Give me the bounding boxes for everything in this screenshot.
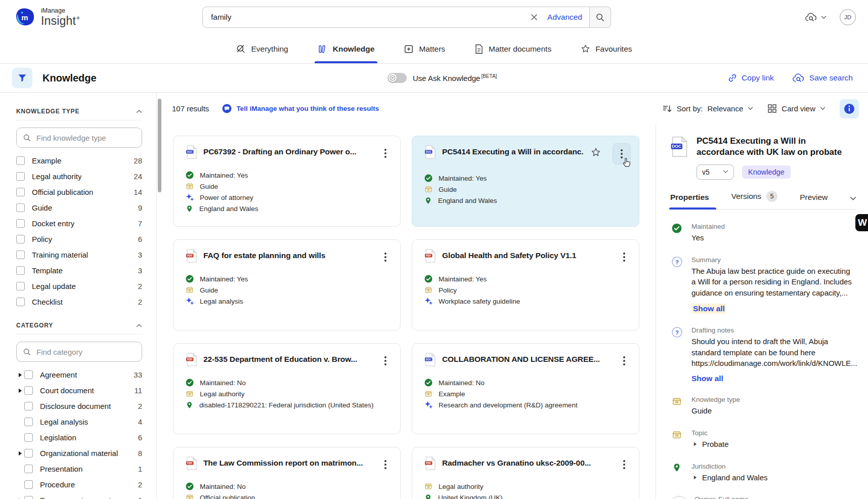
checkbox[interactable]	[24, 449, 33, 458]
clear-search-icon[interactable]	[530, 13, 538, 21]
checkbox[interactable]	[16, 219, 25, 228]
checkbox[interactable]	[16, 235, 25, 243]
category-filter-row[interactable]: Court document11	[16, 383, 142, 398]
result-card[interactable]: PDF22-535 Department of Education v. Bro…	[173, 343, 401, 434]
category-filter-row[interactable]: Organizational material8	[16, 445, 142, 461]
checkbox[interactable]	[16, 188, 25, 196]
knowledge-type-filter-row[interactable]: Example28	[16, 153, 142, 169]
category-filter-row[interactable]: Procurement request1	[16, 492, 142, 499]
knowledge-type-filter-row[interactable]: Guide9	[16, 200, 142, 216]
jurisdiction-value[interactable]: England and Wales	[691, 472, 768, 483]
find-category-input[interactable]	[36, 348, 137, 356]
favourite-star-icon[interactable]	[591, 147, 601, 157]
expand-arrow-icon[interactable]	[16, 372, 24, 378]
info-button[interactable]	[840, 99, 859, 118]
knowledge-type-filter-row[interactable]: Legal authority24	[16, 169, 142, 184]
version-select[interactable]: v5	[697, 164, 734, 180]
card-menu-button[interactable]	[379, 456, 392, 473]
find-category-box[interactable]	[16, 342, 142, 362]
result-card[interactable]: DOCPC5414 Executing a Will in accordanc.…	[412, 136, 639, 227]
scrollbar-thumb[interactable]	[158, 99, 161, 192]
checkbox[interactable]	[16, 156, 25, 165]
knowledge-type-filter-row[interactable]: Checklist2	[16, 294, 142, 310]
user-avatar[interactable]: JD	[840, 9, 856, 25]
tab-matters[interactable]: Matters	[404, 34, 445, 63]
checkbox[interactable]	[24, 386, 33, 395]
checkbox[interactable]	[16, 251, 25, 259]
card-menu-button[interactable]	[618, 353, 631, 369]
category-filter-row[interactable]: Legislation6	[16, 430, 142, 445]
knowledge-type-filter-row[interactable]: Official publication14	[16, 184, 142, 200]
card-menu-button[interactable]	[613, 143, 631, 164]
knowledge-type-filter-row[interactable]: Legal update2	[16, 278, 142, 294]
feedback-link[interactable]: Tell iManage what you think of these res…	[222, 104, 379, 113]
workspace-selector[interactable]	[805, 12, 827, 22]
topic-value[interactable]: Probate	[691, 439, 729, 450]
filter-button[interactable]	[12, 68, 32, 88]
card-menu-button[interactable]	[379, 145, 392, 161]
search-box[interactable]: Advanced	[202, 7, 590, 28]
checkbox[interactable]	[24, 496, 33, 499]
card-meta-row: Legal authority	[424, 481, 631, 492]
result-card[interactable]: DOCCOLLABORATION AND LICENSE AGREE...Mai…	[412, 343, 639, 434]
show-all-link[interactable]: Show all	[691, 374, 723, 383]
view-dropdown[interactable]: Card view	[767, 104, 826, 113]
save-search-button[interactable]: Save search	[792, 73, 853, 83]
card-meta-row: Maintained: Yes	[424, 273, 631, 284]
find-knowledge-type-box[interactable]	[16, 128, 142, 148]
checkbox[interactable]	[24, 480, 33, 489]
advanced-search-link[interactable]: Advanced	[547, 13, 582, 22]
category-filter-row[interactable]: Agreement33	[16, 367, 142, 383]
result-card[interactable]: PDFFAQ for estate planning and willsMain…	[173, 239, 401, 330]
result-card[interactable]: PDFThe Law Commission report on matrimon…	[173, 447, 401, 499]
knowledge-type-filter-row[interactable]: Policy6	[16, 231, 142, 247]
card-meta-text: Guide	[200, 286, 218, 294]
card-menu-button[interactable]	[618, 249, 631, 265]
checkbox[interactable]	[24, 465, 33, 473]
search-input[interactable]	[211, 13, 530, 22]
expand-arrow-icon[interactable]	[16, 451, 24, 456]
result-card[interactable]: DOCPC67392 - Drafting an Ordinary Power …	[173, 136, 401, 227]
tab-everything[interactable]: Everything	[236, 34, 288, 63]
tab-versions[interactable]: Versions5	[731, 191, 777, 209]
sort-dropdown[interactable]: Sort by: Relevance	[662, 104, 754, 114]
checkbox[interactable]	[24, 418, 33, 426]
word-addin-tab[interactable]: W	[855, 214, 868, 231]
tab-preview[interactable]: Preview	[800, 193, 828, 209]
card-menu-button[interactable]	[379, 353, 392, 369]
search-button[interactable]	[590, 7, 611, 28]
checkbox[interactable]	[24, 433, 33, 442]
checkbox[interactable]	[16, 172, 25, 181]
tab-matter-documents[interactable]: Matter documents	[474, 34, 551, 63]
category-filter-row[interactable]: Disclosure document2	[16, 398, 142, 414]
category-filter-row[interactable]: Presentation1	[16, 461, 142, 477]
category-filter-row[interactable]: Procedure2	[16, 477, 142, 492]
panel-collapse-chevron-icon[interactable]	[850, 196, 856, 209]
result-card[interactable]: PDFGlobal Health and Safety Policy V1.1M…	[412, 239, 639, 330]
checkbox[interactable]	[16, 282, 25, 290]
card-menu-button[interactable]	[379, 249, 392, 265]
checkbox[interactable]	[16, 203, 25, 212]
collapse-section-icon[interactable]	[136, 323, 142, 327]
result-card[interactable]: PDFRadmacher vs Granatino uksc-2009-00..…	[412, 447, 639, 499]
checkbox[interactable]	[24, 370, 33, 379]
ask-knowledge-toggle[interactable]	[387, 73, 407, 83]
checkbox[interactable]	[16, 298, 25, 306]
category-filter-row[interactable]: Legal analysis4	[16, 414, 142, 430]
show-all-link[interactable]: Show all	[691, 304, 726, 314]
collapse-section-icon[interactable]	[136, 109, 142, 113]
checkbox[interactable]	[16, 266, 25, 275]
knowledge-type-filter-row[interactable]: Template3	[16, 263, 142, 278]
tab-favourites[interactable]: Favourites	[581, 34, 632, 63]
find-knowledge-type-input[interactable]	[36, 134, 137, 142]
knowledge-type-filter-row[interactable]: Docket entry7	[16, 216, 142, 231]
knowledge-type-filter-row[interactable]: Training material3	[16, 247, 142, 263]
card-menu-button[interactable]	[618, 456, 631, 473]
copy-link-button[interactable]: Copy link	[727, 73, 774, 83]
tab-properties[interactable]: Properties	[670, 193, 709, 209]
expand-arrow-icon[interactable]	[16, 388, 24, 393]
tab-knowledge[interactable]: Knowledge	[318, 34, 375, 63]
checkbox[interactable]	[24, 402, 33, 410]
svg-text:PDF: PDF	[187, 462, 192, 465]
filter-count: 33	[134, 370, 142, 379]
